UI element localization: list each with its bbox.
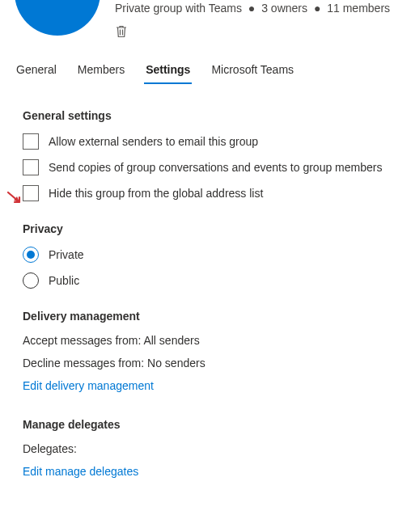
section-general-settings: General settings Allow external senders … — [23, 109, 411, 201]
tabs: General Members Settings Microsoft Teams — [0, 57, 411, 85]
checkbox-icon — [23, 159, 39, 175]
radio-label: Private — [49, 248, 84, 261]
group-type-text: Private group with Teams — [115, 2, 242, 15]
edit-delegates-link[interactable]: Edit manage delegates — [23, 465, 411, 478]
trash-icon[interactable] — [115, 24, 128, 39]
privacy-title: Privacy — [23, 222, 411, 235]
radio-icon — [23, 272, 39, 289]
radio-public[interactable]: Public — [23, 272, 411, 289]
tab-general[interactable]: General — [15, 57, 58, 84]
checkbox-icon — [23, 133, 39, 150]
section-delivery: Delivery management Accept messages from… — [23, 310, 411, 392]
owners-count: 3 owners — [261, 2, 307, 15]
delivery-title: Delivery management — [23, 310, 411, 323]
tab-teams[interactable]: Microsoft Teams — [210, 57, 295, 84]
delegates-list-line: Delegates: — [23, 442, 411, 455]
checkbox-label: Allow external senders to email this gro… — [49, 135, 258, 148]
avatar: DB — [15, 0, 100, 36]
checkbox-hide-gal[interactable]: Hide this group from the global address … — [23, 185, 411, 201]
radio-label: Public — [49, 274, 79, 287]
general-settings-title: General settings — [23, 109, 411, 122]
section-delegates: Manage delegates Delegates: Edit manage … — [23, 418, 411, 478]
delivery-accept-line: Accept messages from: All senders — [23, 334, 411, 347]
group-meta-line: Private group with Teams ● 3 owners ● 11… — [115, 2, 390, 15]
tab-members[interactable]: Members — [76, 57, 126, 84]
checkbox-label: Send copies of group conversations and e… — [49, 161, 382, 174]
delegates-title: Manage delegates — [23, 418, 411, 431]
edit-delivery-link[interactable]: Edit delivery management — [23, 379, 411, 392]
delivery-decline-line: Decline messages from: No senders — [23, 357, 411, 369]
group-header: DB Private group with Teams ● 3 owners ●… — [0, 0, 411, 40]
radio-private[interactable]: Private — [23, 247, 411, 263]
header-meta: Private group with Teams ● 3 owners ● 11… — [100, 0, 390, 40]
checkbox-icon — [23, 185, 39, 201]
members-count: 11 members — [327, 2, 390, 15]
radio-icon — [23, 247, 39, 263]
checkbox-external-senders[interactable]: Allow external senders to email this gro… — [23, 133, 411, 150]
section-privacy: Privacy Private Public — [23, 222, 411, 289]
checkbox-send-copies[interactable]: Send copies of group conversations and e… — [23, 159, 411, 175]
checkbox-label: Hide this group from the global address … — [49, 187, 263, 200]
tab-settings[interactable]: Settings — [144, 57, 192, 84]
